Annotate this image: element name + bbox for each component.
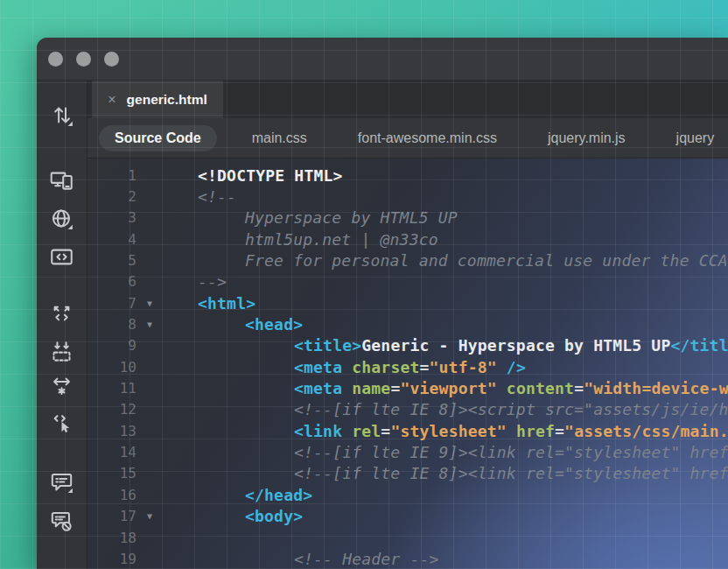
code-line-3[interactable]: 3Hyperspace by HTML5 UP	[88, 207, 728, 228]
fold-disclosure-icon[interactable]: ▼	[138, 511, 161, 521]
token-tag: <body>	[245, 507, 303, 525]
code-text: <!--	[161, 187, 236, 206]
fold-disclosure-icon[interactable]: ▼	[138, 320, 161, 329]
line-number: 3	[88, 209, 138, 226]
token-tag: />	[507, 358, 526, 376]
comments-button[interactable]	[45, 467, 80, 496]
code-line-5[interactable]: 5Free for personal and commercial use un…	[88, 249, 728, 270]
code-line-8[interactable]: 8▼<head>	[88, 313, 728, 334]
token-eq: =	[420, 358, 430, 376]
web-globe-icon	[50, 207, 74, 230]
code-line-16[interactable]: 16</head>	[88, 484, 728, 505]
token-str: "assets/css/main.css	[564, 422, 728, 440]
token-com: <!-- Header -->	[294, 550, 439, 568]
wrap-text-button[interactable]	[45, 370, 80, 400]
code-line-11[interactable]: 11<meta name="viewport" content="width=d…	[88, 377, 728, 398]
line-number: 9	[88, 337, 138, 354]
code-line-12[interactable]: 12<!--[if lte IE 8]><script src="assets/…	[88, 399, 728, 420]
main-area: × generic.html Source Codemain.cssfont-a…	[88, 81, 728, 569]
code-line-18[interactable]: 18	[88, 527, 728, 548]
code-line-13[interactable]: 13<link rel="stylesheet" href="assets/cs…	[88, 420, 728, 441]
file-tab-title: generic.html	[127, 92, 207, 108]
code-text: <!DOCTYPE HTML>	[161, 166, 343, 185]
code-line-17[interactable]: 17▼<body>	[88, 506, 728, 527]
code-text: Free for personal and commercial use und…	[161, 251, 728, 270]
document-tabbar: Source Codemain.cssfont-awesome.min.cssj…	[88, 118, 728, 158]
tab-main-css[interactable]: main.css	[236, 125, 323, 151]
code-text: <!--[if lte IE 9]><link rel="stylesheet"…	[161, 443, 728, 461]
tool-sidebar	[37, 81, 88, 569]
fold-disclosure-icon[interactable]: ▼	[138, 299, 161, 308]
tab-source-code[interactable]: Source Code	[99, 125, 217, 151]
token-attr: charset	[352, 358, 419, 376]
token-doc: <!DOCTYPE HTML>	[198, 166, 343, 185]
code-text: <meta charset="utf-8" />	[161, 358, 526, 376]
line-number: 4	[88, 231, 138, 248]
comments-disabled-button[interactable]	[45, 505, 80, 535]
token-attr: content	[507, 379, 574, 397]
close-window-button[interactable]	[48, 52, 63, 67]
code-preview-button[interactable]	[45, 242, 80, 271]
web-globe-button[interactable]	[45, 203, 80, 233]
select-block-button[interactable]	[45, 336, 80, 366]
code-editor[interactable]: 1<!DOCTYPE HTML>2<!--3Hyperspace by HTML…	[88, 158, 728, 569]
token-str: "viewport"	[400, 379, 496, 397]
code-preview-icon	[50, 245, 74, 269]
code-line-14[interactable]: 14<!--[if lte IE 9]><link rel="styleshee…	[88, 441, 728, 462]
select-block-icon	[50, 340, 74, 363]
token-str: "stylesheet"	[390, 422, 506, 440]
token-txt	[497, 379, 507, 397]
code-line-19[interactable]: 19<!-- Header -->	[88, 548, 728, 569]
code-line-6[interactable]: 6-->	[88, 271, 728, 292]
line-number: 16	[88, 487, 138, 503]
line-number: 7	[88, 295, 138, 312]
code-text: -->	[161, 272, 227, 291]
code-line-9[interactable]: 9<title>Generic - Hyperspace by HTML5 UP…	[88, 335, 728, 356]
token-com: <!--[if lte IE 9]><link rel="stylesheet"…	[294, 443, 728, 461]
line-number: 11	[88, 380, 138, 397]
code-select-cursor-button[interactable]	[45, 407, 80, 437]
line-number: 14	[88, 444, 138, 460]
file-tab-generic-html[interactable]: × generic.html	[92, 81, 223, 118]
token-str: "utf-8"	[430, 358, 497, 376]
file-tab-strip: × generic.html	[88, 81, 728, 118]
code-text: <title>Generic - Hyperspace by HTML5 UP<…	[161, 336, 728, 355]
code-line-10[interactable]: 10<meta charset="utf-8" />	[88, 356, 728, 377]
token-attr: href	[516, 422, 555, 440]
line-number: 17	[88, 508, 138, 524]
tab-font-awesome-min-css[interactable]: font-awesome.min.css	[342, 125, 513, 151]
close-tab-icon[interactable]: ×	[108, 93, 116, 107]
minimize-window-button[interactable]	[76, 52, 91, 67]
code-text: <!--[if lte IE 8]><link rel="stylesheet"…	[161, 464, 728, 482]
token-str: "width=device-widt	[584, 379, 728, 397]
token-tag: </head>	[245, 486, 312, 504]
code-line-1[interactable]: 1<!DOCTYPE HTML>	[88, 165, 728, 186]
code-line-15[interactable]: 15<!--[if lte IE 8]><link rel="styleshee…	[88, 463, 728, 484]
publish-arrows-button[interactable]	[45, 100, 80, 130]
wrap-text-icon	[50, 374, 74, 397]
line-number: 10	[88, 359, 138, 376]
code-text: <meta name="viewport" content="width=dev…	[161, 379, 728, 397]
devices-preview-button[interactable]	[45, 165, 80, 194]
code-line-4[interactable]: 4html5up.net | @n33co	[88, 228, 728, 249]
expand-code-button[interactable]	[45, 298, 80, 327]
line-number: 15	[88, 465, 138, 481]
token-tag: <meta	[294, 358, 352, 376]
tab-jquery-min-js[interactable]: jquery.min.js	[532, 125, 641, 151]
token-com: -->	[198, 272, 227, 291]
line-number: 2	[88, 188, 138, 205]
token-com: <!--[if lte IE 8]><script src="assets/js…	[294, 400, 728, 418]
code-line-7[interactable]: 7▼<html>	[88, 292, 728, 313]
zoom-window-button[interactable]	[104, 52, 119, 67]
expand-code-icon	[50, 301, 74, 325]
code-text: </head>	[161, 486, 312, 504]
code-text: <head>	[161, 315, 303, 334]
tab-jquery[interactable]: jquery	[661, 125, 728, 151]
code-text: <!-- Header -->	[161, 550, 439, 568]
token-tag: <head>	[245, 315, 303, 334]
code-line-2[interactable]: 2<!--	[88, 186, 728, 207]
code-select-cursor-icon	[50, 411, 74, 434]
token-tag: <link	[294, 422, 352, 440]
line-number: 18	[88, 530, 138, 546]
token-txt	[507, 422, 516, 440]
